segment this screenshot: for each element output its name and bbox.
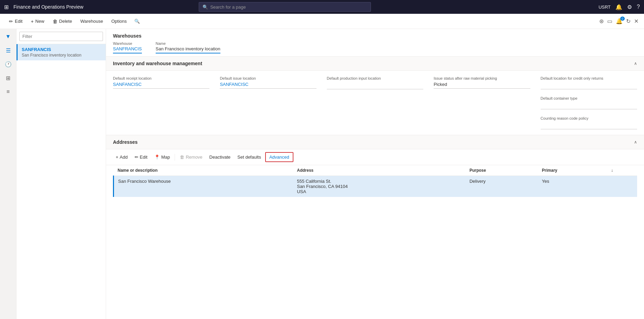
search-icon: 🔍	[202, 4, 208, 10]
default-receipt-location-value[interactable]: SANFANCISC	[113, 82, 209, 89]
advanced-label: Advanced	[269, 154, 289, 160]
plus-icon: +	[31, 19, 33, 24]
app-title: Finance and Operations Preview	[13, 4, 83, 10]
add-label: Add	[120, 154, 128, 160]
nav-panel: SANFRANCIS San Francisco inventory locat…	[17, 29, 106, 319]
plus-icon: +	[116, 154, 118, 160]
map-icon: 📍	[154, 154, 160, 160]
addresses-section-title: Addresses	[113, 139, 138, 145]
name-field-label: Name	[156, 41, 220, 46]
nav-list: SANFRANCIS San Francisco inventory locat…	[17, 44, 106, 319]
app-grid-icon[interactable]: ⊞	[4, 4, 9, 10]
warehouse-field-group: Warehouse SANFRANCIS	[113, 41, 142, 53]
new-button[interactable]: + New	[27, 17, 48, 26]
col-purpose-header: Purpose	[465, 165, 538, 176]
settings-icon[interactable]: ⚙	[627, 4, 632, 10]
table-row[interactable]: San Francisco Warehouse 555 California S…	[114, 176, 637, 197]
warehouses-title: Warehouses	[113, 33, 637, 39]
warehouses-fields: Warehouse SANFRANCIS Name San Francisco …	[113, 41, 637, 56]
nav-item-sanfrancis[interactable]: SANFRANCIS San Francisco inventory locat…	[17, 44, 106, 60]
advanced-button[interactable]: Advanced	[265, 152, 293, 162]
sidebar-item-filter[interactable]: ▼	[2, 30, 14, 43]
user-label[interactable]: USRT	[599, 4, 611, 10]
delete-label: Delete	[59, 19, 72, 24]
sidebar-item-list[interactable]: ≡	[2, 86, 14, 98]
inventory-section-header[interactable]: Inventory and warehouse management ∧	[106, 57, 644, 71]
col-name-header: Name or description	[114, 165, 293, 176]
left-sidebar: ⌂ ▼ ☰ 🕐 ⊞ ≡	[0, 14, 17, 319]
edit-icon: ✏	[9, 19, 13, 24]
map-address-button[interactable]: 📍 Map	[152, 153, 173, 161]
addresses-section-header[interactable]: Addresses ∧	[106, 135, 644, 149]
default-container-type-field: Default container type	[541, 96, 637, 109]
warehouses-header: Warehouses Warehouse SANFRANCIS Name San…	[106, 29, 644, 57]
edit-label: Edit	[15, 19, 22, 24]
main-content: Warehouses Warehouse SANFRANCIS Name San…	[106, 29, 644, 319]
add-address-button[interactable]: + Add	[113, 153, 131, 161]
edit-button[interactable]: ✏ Edit	[6, 17, 26, 26]
search-input[interactable]	[210, 4, 367, 10]
counting-reason-code-field: Counting reason code policy	[541, 116, 637, 129]
panel-icon[interactable]: ▭	[607, 18, 612, 24]
warehouse-field-value[interactable]: SANFRANCIS	[113, 46, 142, 53]
refresh-icon[interactable]: ↻	[626, 18, 631, 24]
sidebar-item-dashboard[interactable]: ⊞	[2, 72, 14, 84]
global-search-container: 🔍	[199, 2, 371, 12]
edit-address-button[interactable]: ✏ Edit	[132, 153, 150, 161]
deactivate-address-button[interactable]: Deactivate	[207, 153, 233, 161]
issue-status-value[interactable]: Picked	[434, 82, 530, 89]
remove-label: Remove	[186, 154, 202, 160]
default-credit-returns-field: Default location for credit only returns	[541, 76, 637, 89]
layout-icon[interactable]: ⊛	[599, 18, 604, 24]
counting-reason-code-label: Counting reason code policy	[541, 116, 637, 120]
set-defaults-label: Set defaults	[237, 154, 261, 160]
nav-filter-input[interactable]	[19, 32, 103, 41]
sidebar-item-menu[interactable]: ☰	[2, 44, 14, 57]
edit-addr-icon: ✏	[135, 154, 138, 160]
deactivate-label: Deactivate	[209, 154, 230, 160]
issue-status-label: Issue status after raw material picking	[434, 76, 530, 80]
nav-item-code: SANFRANCIS	[22, 47, 102, 52]
default-issue-location-label: Default issue location	[220, 76, 316, 80]
default-credit-returns-label: Default location for credit only returns	[541, 76, 637, 80]
addresses-chevron-icon: ∧	[634, 140, 637, 144]
warehouse-label: Warehouse	[80, 19, 103, 24]
warehouse-button[interactable]: Warehouse	[77, 17, 106, 26]
top-nav-bar: ⊞ Finance and Operations Preview 🔍 USRT …	[0, 0, 644, 14]
issue-status-field: Issue status after raw material picking …	[434, 76, 530, 89]
close-icon[interactable]: ✕	[634, 18, 638, 24]
map-label: Map	[161, 154, 170, 160]
counting-reason-code-value[interactable]	[541, 122, 637, 129]
cell-primary: Yes	[538, 176, 607, 197]
inventory-chevron-icon: ∧	[634, 61, 637, 66]
cmd-search-icon[interactable]: 🔍	[134, 19, 140, 24]
warehouse-field-label: Warehouse	[113, 41, 142, 46]
help-icon[interactable]: ?	[637, 4, 640, 10]
default-receipt-location-field: Default receipt location SANFANCISC	[113, 76, 209, 89]
name-field-value[interactable]: San Francisco inventory location	[156, 46, 220, 53]
col-sort-header: ↓	[607, 165, 637, 176]
sidebar-item-recent[interactable]: 🕐	[2, 58, 14, 70]
remove-address-button[interactable]: 🗑 Remove	[177, 153, 205, 161]
default-receipt-location-label: Default receipt location	[113, 76, 209, 80]
options-button[interactable]: Options	[108, 17, 130, 26]
notification-icon[interactable]: 🔔	[615, 4, 622, 10]
default-production-location-value[interactable]	[327, 82, 423, 89]
default-container-type-value[interactable]	[541, 102, 637, 109]
toolbar-separator-1	[175, 154, 175, 161]
delete-button[interactable]: 🗑 Delete	[49, 17, 76, 26]
default-issue-location-value[interactable]: SANFANCISC	[220, 82, 316, 89]
default-credit-returns-value[interactable]	[541, 82, 637, 89]
addresses-table: Name or description Address Purpose Prim…	[113, 165, 637, 197]
addresses-section: Addresses ∧ + Add ✏ Edit 📍 Map 🗑 Remove	[106, 135, 644, 197]
inventory-section: Inventory and warehouse management ∧ Def…	[106, 57, 644, 135]
col-address-header: Address	[293, 165, 465, 176]
notification-count-icon[interactable]: 🔔0	[616, 18, 623, 24]
inventory-form-grid: Default receipt location SANFANCISC Defa…	[113, 76, 637, 89]
nav-item-description: San Francisco inventory location	[22, 53, 102, 58]
nav-filter-container	[17, 29, 106, 44]
set-defaults-button[interactable]: Set defaults	[235, 153, 264, 161]
cell-sort	[607, 176, 637, 197]
top-bar-right-actions: USRT 🔔 ⚙ ?	[599, 4, 640, 10]
options-label: Options	[111, 19, 127, 24]
